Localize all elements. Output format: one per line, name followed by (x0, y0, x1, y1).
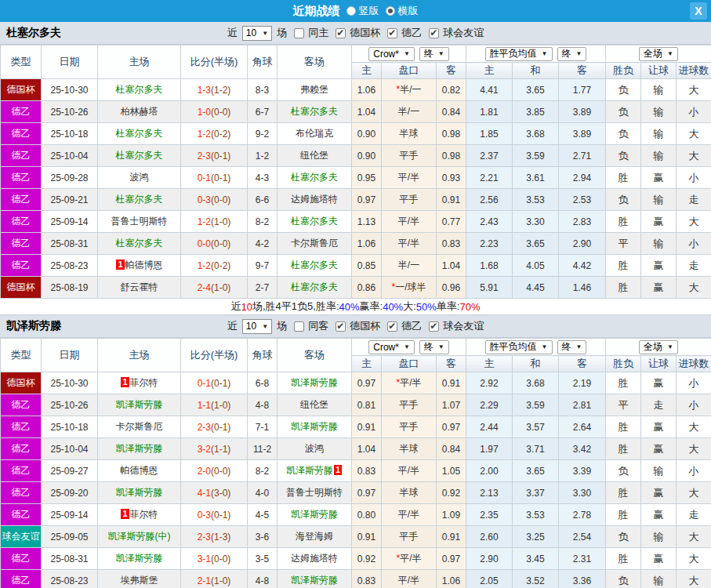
handicap-away-odds: 0.91 (437, 372, 466, 394)
match-date: 25-10-30 (42, 372, 98, 394)
result-winlose: 胜 (606, 416, 641, 438)
handicap-time-dropdown[interactable]: 终▼ (419, 47, 449, 61)
team-text: 杜塞尔多夫 (291, 172, 338, 183)
col-date: 日期 (42, 339, 98, 372)
vertical-layout-option[interactable]: 竖版 (346, 4, 379, 18)
handicap-text: 平/半 (400, 377, 421, 388)
summary-segment: 40% (339, 301, 360, 313)
match-row: 德乙25-09-14普鲁士明斯特1-2(1-0)8-2杜塞尔多夫1.13平/半0… (1, 211, 711, 233)
handicap-home-odds: 1.06 (352, 79, 382, 101)
match-date: 25-09-14 (42, 211, 98, 233)
avg-dropdown[interactable]: 胜平负均值▼ (485, 47, 553, 61)
col-let-goal: 让球 (641, 63, 677, 79)
fulltime-score: 2-3 (198, 151, 211, 162)
match-date: 25-08-23 (42, 570, 98, 588)
match-count-select[interactable]: 10▼ (242, 319, 272, 334)
fulltime-score: 1-2 (198, 260, 211, 271)
fulltime-score: 1-2 (198, 129, 211, 140)
avg-home-odds: 2.00 (466, 460, 513, 482)
avg-home-odds: 2.43 (466, 211, 513, 233)
team-text: 杜塞尔多夫 (291, 216, 338, 227)
avg-time-dropdown[interactable]: 终▼ (557, 47, 587, 61)
filter-bar: 杜塞尔多夫 近 10▼ 场 同主 德国杯 德乙 球会友谊 (0, 22, 711, 45)
fulltime-dropdown[interactable]: 全场▼ (639, 47, 678, 61)
halftime-score: (0-1) (211, 378, 230, 389)
home-team: 杜塞尔多夫 (98, 79, 181, 101)
handicap-text: 半/一 (400, 84, 421, 95)
avg-draw-odds: 3.68 (513, 372, 559, 394)
same-venue-checkbox[interactable] (294, 28, 304, 38)
german-cup-checkbox[interactable] (336, 28, 346, 38)
fulltime-score: 0-0 (198, 238, 211, 249)
col-away: 客场 (278, 45, 352, 79)
close-icon[interactable]: X (690, 2, 707, 20)
handicap-time-dropdown[interactable]: 终▼ (419, 340, 449, 354)
friendly-label: 球会友谊 (443, 319, 484, 333)
fulltime-score: 0-3 (198, 194, 211, 205)
result-goals: 小 (677, 233, 711, 255)
corner-score: 8-3 (248, 79, 278, 101)
team-text: 卡尔斯鲁厄 (291, 238, 338, 249)
avg-time-dropdown[interactable]: 终▼ (557, 340, 587, 354)
match-date: 25-09-21 (42, 189, 98, 211)
home-team: 卡尔斯鲁厄 (98, 416, 181, 438)
friendly-checkbox[interactable] (429, 28, 439, 38)
horizontal-radio[interactable] (386, 6, 395, 16)
avg-away-odds: 2.19 (559, 372, 606, 394)
result-handicap: 输 (641, 101, 677, 123)
match-score: 3-1(0-0) (181, 548, 248, 570)
corner-score: 6-7 (248, 101, 278, 123)
handicap-time-value: 终 (424, 47, 433, 60)
chevron-down-icon: ▼ (438, 50, 444, 57)
avg-home-odds: 1.81 (466, 101, 513, 123)
friendly-checkbox[interactable] (429, 321, 439, 332)
same-venue-checkbox[interactable] (294, 321, 304, 332)
match-date: 25-10-18 (42, 416, 98, 438)
team-text: 凯泽斯劳滕 (116, 553, 163, 564)
result-winlose: 胜 (606, 482, 641, 504)
match-score: 2-1(1-0) (181, 570, 248, 588)
fulltime-dropdown[interactable]: 全场▼ (639, 340, 678, 354)
horizontal-layout-option[interactable]: 横版 (386, 4, 419, 18)
german-cup-checkbox[interactable] (336, 321, 346, 332)
handicap-away-odds: 0.96 (437, 277, 466, 299)
corner-score: 1-2 (248, 145, 278, 167)
match-count-select[interactable]: 10▼ (242, 26, 272, 41)
handicap-away-odds: 0.77 (437, 211, 466, 233)
avg-away-odds: 3.30 (559, 482, 606, 504)
bookmaker-dropdown[interactable]: Crow*▼ (368, 340, 415, 354)
vertical-radio[interactable] (346, 6, 356, 16)
handicap-line: 平/半 (382, 460, 437, 482)
result-handicap: 赢 (641, 255, 677, 277)
match-score: 1-1(1-0) (181, 394, 248, 416)
team-text: 达姆施塔特 (291, 553, 338, 564)
bookmaker-dropdown[interactable]: Crow*▼ (368, 47, 415, 61)
section-kaiserslautern: 凯泽斯劳滕 近 10▼ 场 同客 德国杯 德乙 球会友谊 类型 (0, 315, 711, 588)
bookmaker-dropdown-value: Crow* (373, 49, 399, 60)
avg-home-odds: 1.97 (466, 438, 513, 460)
col-corner: 角球 (248, 339, 278, 372)
german-cup-label: 德国杯 (350, 26, 380, 40)
bundesliga2-label: 德乙 (401, 319, 422, 333)
match-score: 2-4(1-0) (181, 277, 248, 299)
bundesliga2-checkbox[interactable] (387, 28, 397, 38)
match-score: 2-3(0-1) (181, 145, 248, 167)
corner-score: 6-8 (248, 372, 278, 394)
col-type: 类型 (1, 339, 42, 372)
result-handicap: 走 (641, 394, 677, 416)
avg-dropdown[interactable]: 胜平负均值▼ (485, 340, 553, 354)
handicap-text: 平/半 (398, 509, 419, 520)
summary-segment: 单率: (437, 299, 460, 314)
home-team: 杜塞尔多夫 (98, 145, 181, 167)
avg-away-odds: 3.89 (559, 101, 606, 123)
team-text: 普鲁士明斯特 (286, 487, 343, 498)
match-type: 德国杯 (1, 277, 42, 299)
col-home: 主场 (98, 339, 181, 372)
chevron-down-icon: ▼ (262, 30, 268, 37)
handicap-line: 半球 (382, 482, 437, 504)
avg-home-odds: 5.91 (466, 277, 513, 299)
bundesliga2-checkbox[interactable] (387, 321, 397, 332)
match-score: 0-3(0-0) (181, 189, 248, 211)
avg-away-odds: 4.42 (559, 255, 606, 277)
avg-home-odds: 1.85 (466, 123, 513, 145)
